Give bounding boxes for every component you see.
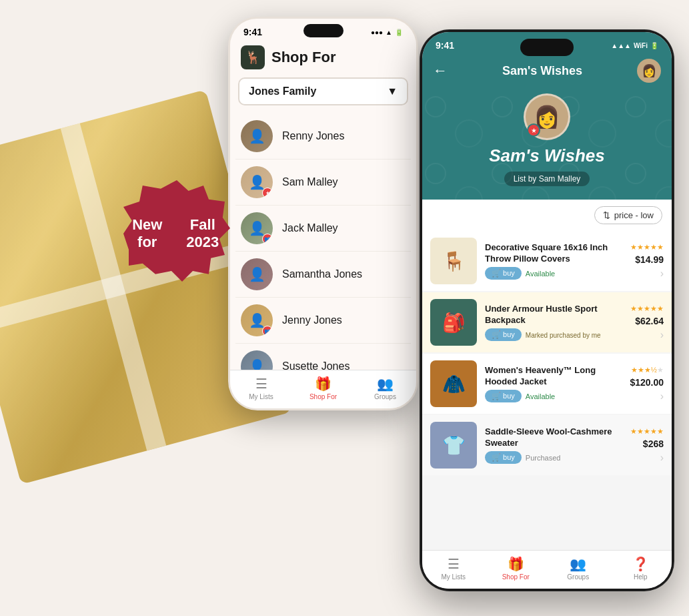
group-name: Jones Family xyxy=(249,85,316,97)
family-item[interactable]: 👤 ★ Sam Malley xyxy=(235,160,411,206)
status-purchased: Purchased xyxy=(526,454,561,462)
product-thumbnail: 👕 xyxy=(430,422,477,469)
product-list: 🪑 Decorative Square 16x16 Inch Throw Pil… xyxy=(422,231,672,475)
nav-label: Shop For xyxy=(309,393,337,400)
sort-button[interactable]: ⇅ price - low xyxy=(594,206,662,224)
buy-button[interactable]: 🛒 buy xyxy=(485,451,522,464)
avatar-badge: ★ xyxy=(262,188,273,198)
product-list-section: ⇅ price - low 🪑 Decorative Square 16x16 … xyxy=(422,200,672,550)
hero-subtitle-btn[interactable]: List by Sam Malley xyxy=(504,172,590,186)
status-icons-left: ●●● ▲ 🔋 xyxy=(371,29,403,36)
left-phone-shell: 9:41 ●●● ▲ 🔋 🦌 Shop For Jones Family ▼ xyxy=(228,17,418,410)
right-nav-label: Shop For xyxy=(502,573,530,581)
avatar: 👤 xyxy=(241,258,273,290)
product-info: Decorative Square 16x16 Inch Throw Pillo… xyxy=(485,242,622,280)
product-info: Under Armour Hustle Sport Backpack 🛒 buy… xyxy=(485,304,622,342)
right-nav-item-help[interactable]: ❓ Help xyxy=(610,556,672,581)
product-right: ★★★★★ $268 › xyxy=(630,427,664,464)
nav-label: My Lists xyxy=(249,393,273,400)
product-stars: ★★★½★ xyxy=(631,366,664,374)
avatar: 👤 xyxy=(241,120,273,152)
right-nav-item-groups[interactable]: 👥 Groups xyxy=(547,556,610,581)
product-meta: 🛒 buy Purchased xyxy=(485,451,622,464)
nav-label: Groups xyxy=(374,393,396,400)
time-right: 9:41 xyxy=(436,40,454,51)
right-phone-shell: 9:41 ▲▲▲ WiFi 🔋 ← Sam's Wishes 👩 xyxy=(420,30,674,591)
avatar: 👤 ★ xyxy=(241,166,273,198)
nav-item-my-lists[interactable]: ☰ My Lists xyxy=(230,376,292,400)
family-item[interactable]: 👤 Susette Jones xyxy=(235,344,411,370)
buy-button[interactable]: 🛒 buy xyxy=(485,328,522,341)
product-item[interactable]: 🎒 Under Armour Hustle Sport Backpack 🛒 b… xyxy=(422,292,672,352)
nav-icon: ☰ xyxy=(255,376,267,392)
product-stars: ★★★★★ xyxy=(630,304,664,313)
product-item[interactable]: 🪑 Decorative Square 16x16 Inch Throw Pil… xyxy=(422,231,672,291)
right-nav-icon: ☰ xyxy=(448,556,460,572)
buy-button[interactable]: 🛒 buy xyxy=(485,267,522,280)
back-button[interactable]: ← xyxy=(433,62,448,79)
left-screen-content: 9:41 ●●● ▲ 🔋 🦌 Shop For Jones Family ▼ xyxy=(230,19,416,408)
right-nav-item-my-lists[interactable]: ☰ My Lists xyxy=(422,556,485,581)
group-selector[interactable]: Jones Family ▼ xyxy=(238,77,408,105)
right-header-title: Sam's Wishes xyxy=(456,64,629,78)
family-item[interactable]: 👤 👥 Jack Malley xyxy=(235,206,411,252)
nav-item-groups[interactable]: 👥 Groups xyxy=(354,376,416,400)
product-price: $120.00 xyxy=(630,377,664,388)
hero-section: 👩 ★ Sam's Wishes List by Sam Malley xyxy=(422,93,672,200)
product-thumbnail: 🎒 xyxy=(430,299,477,346)
family-item[interactable]: 👤 Samantha Jones xyxy=(235,252,411,298)
product-info: Women's Heavenly™ Long Hooded Jacket 🛒 b… xyxy=(485,365,622,403)
product-stars: ★★★★★ xyxy=(630,427,664,436)
avatar-badge: 👥 xyxy=(262,326,273,336)
person-name: Jenny Jones xyxy=(282,314,342,326)
chevron-right-icon: › xyxy=(660,390,664,402)
app-logo: 🦌 xyxy=(241,45,265,69)
product-item[interactable]: 👕 Saddle-Sleeve Wool-Cashmere Sweater 🛒 … xyxy=(422,415,672,475)
sort-icon: ⇅ xyxy=(603,210,610,220)
right-nav-label: Groups xyxy=(567,573,589,581)
product-right: ★★★½★ $120.00 › xyxy=(630,366,664,402)
chevron-down-icon: ▼ xyxy=(387,85,398,97)
right-nav-label: My Lists xyxy=(441,573,466,581)
dynamic-island-right xyxy=(520,39,574,56)
avatar: 👤 👥 xyxy=(241,212,273,244)
dynamic-island-left xyxy=(303,24,343,37)
product-right: ★★★★★ $14.99 › xyxy=(630,243,664,280)
family-item[interactable]: 👤 👥 Jenny Jones xyxy=(235,298,411,344)
person-name: Jack Malley xyxy=(282,222,338,234)
left-phone: 9:41 ●●● ▲ 🔋 🦌 Shop For Jones Family ▼ xyxy=(228,17,418,410)
chevron-right-icon: › xyxy=(660,268,664,280)
product-item[interactable]: 🧥 Women's Heavenly™ Long Hooded Jacket 🛒… xyxy=(422,354,672,414)
product-info: Saddle-Sleeve Wool-Cashmere Sweater 🛒 bu… xyxy=(485,426,622,465)
right-phone: 9:41 ▲▲▲ WiFi 🔋 ← Sam's Wishes 👩 xyxy=(420,30,674,591)
left-header-title: Shop For xyxy=(271,49,336,66)
product-name: Decorative Square 16x16 Inch Throw Pillo… xyxy=(485,242,622,265)
right-nav-icon: 🎁 xyxy=(508,556,524,572)
sort-bar: ⇅ price - low xyxy=(422,200,672,231)
person-name: Samantha Jones xyxy=(282,268,362,280)
right-header: ← Sam's Wishes 👩 xyxy=(422,53,672,93)
hero-avatar: 👩 ★ xyxy=(524,93,570,140)
buy-button[interactable]: 🛒 buy xyxy=(485,390,522,402)
avatar-badge: 👥 xyxy=(262,234,273,244)
hero-title: Sam's Wishes xyxy=(489,145,605,166)
right-screen-content: 9:41 ▲▲▲ WiFi 🔋 ← Sam's Wishes 👩 xyxy=(422,32,672,589)
product-meta: 🛒 buy Available xyxy=(485,390,622,402)
left-bottom-nav: ☰ My Lists 🎁 Shop For 👥 Groups xyxy=(230,370,416,408)
nav-item-shop-for[interactable]: 🎁 Shop For xyxy=(292,376,354,400)
product-stars: ★★★★★ xyxy=(630,243,664,252)
avatar: 👤 👥 xyxy=(241,304,273,336)
avatar: 👤 xyxy=(241,350,273,370)
product-name: Under Armour Hustle Sport Backpack xyxy=(485,304,622,326)
product-price: $62.64 xyxy=(635,316,664,326)
header-avatar[interactable]: 👩 xyxy=(637,59,661,83)
sort-label: price - low xyxy=(614,210,654,220)
product-right: ★★★★★ $62.64 › xyxy=(630,304,664,341)
product-name: Women's Heavenly™ Long Hooded Jacket xyxy=(485,365,622,388)
nav-icon: 👥 xyxy=(377,376,394,392)
product-meta: 🛒 buy Available xyxy=(485,267,622,280)
status-icons-right: ▲▲▲ WiFi 🔋 xyxy=(611,42,658,49)
product-meta: 🛒 buy Marked purchased by me xyxy=(485,328,622,341)
right-nav-item-shop-for[interactable]: 🎁 Shop For xyxy=(485,556,548,581)
family-item[interactable]: 👤 Renny Jones xyxy=(235,113,411,160)
